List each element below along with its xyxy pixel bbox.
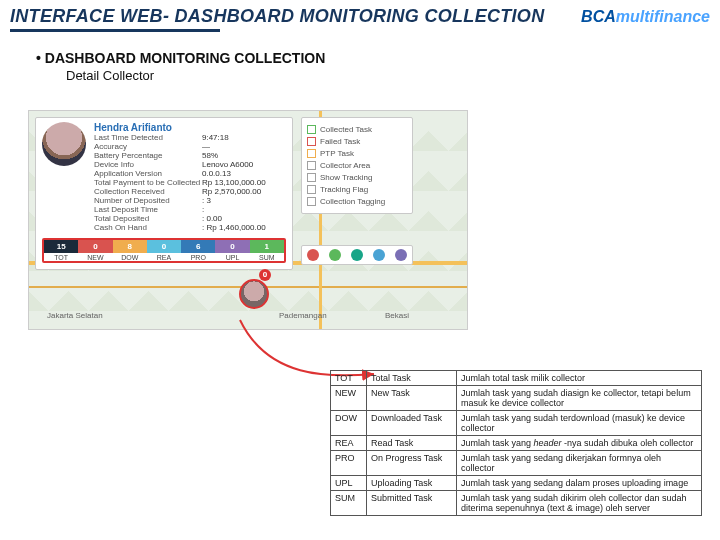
status-label: NEW — [87, 253, 103, 261]
map-label: Jakarta Selatan — [47, 311, 103, 320]
pin-icon[interactable] — [351, 249, 363, 261]
brand-logo: BCAmultifinance — [581, 8, 710, 26]
collector-card: Hendra Arifianto Last Time Detected9:47:… — [35, 117, 293, 270]
kv-key: Collection Received — [94, 187, 202, 196]
checkbox-icon[interactable] — [307, 197, 316, 206]
status-definition-table: TOTTotal TaskJumlah total task milik col… — [330, 370, 702, 516]
legend-item[interactable]: Collector Area — [307, 161, 407, 170]
legend-item[interactable]: PTP Task — [307, 149, 407, 158]
callout-arrow — [238, 318, 378, 378]
name-cell: On Progress Task — [367, 451, 457, 476]
pin-icon[interactable] — [307, 249, 319, 261]
checkbox-icon[interactable] — [307, 161, 316, 170]
status-cell-sum[interactable]: 1SUM — [250, 240, 284, 261]
kv-value: : 3 — [202, 196, 211, 205]
kv-key: Application Version — [94, 169, 202, 178]
kv-value: 9:47:18 — [202, 133, 229, 142]
legend-item[interactable]: Tracking Flag — [307, 185, 407, 194]
brand-a: BCA — [581, 8, 616, 25]
kv-value: — — [202, 142, 210, 151]
status-num: 15 — [44, 240, 78, 253]
desc-cell: Jumlah task yang header -nya sudah dibuk… — [457, 436, 702, 451]
table-row: UPLUploading TaskJumlah task yang sedang… — [331, 476, 702, 491]
kv-key: Total Deposited — [94, 214, 202, 223]
checkbox-icon[interactable] — [307, 137, 316, 146]
pin-bar — [301, 245, 413, 265]
table-row: NEWNew TaskJumlah task yang sudah diasig… — [331, 386, 702, 411]
status-num: 0 — [78, 240, 112, 253]
status-label: TOT — [54, 253, 68, 261]
name-cell: Read Task — [367, 436, 457, 451]
status-label: PRO — [191, 253, 206, 261]
legend-label: Show Tracking — [320, 173, 372, 182]
name-cell: Total Task — [367, 371, 457, 386]
status-label: REA — [157, 253, 171, 261]
code-cell: DOW — [331, 411, 367, 436]
status-num: 8 — [113, 240, 147, 253]
name-cell: Downloaded Task — [367, 411, 457, 436]
title-underline — [10, 29, 220, 32]
legend-item[interactable]: Collected Task — [307, 125, 407, 134]
desc-cell: Jumlah total task milik collector — [457, 371, 702, 386]
table-row: PROOn Progress TaskJumlah task yang seda… — [331, 451, 702, 476]
legend-item[interactable]: Collection Tagging — [307, 197, 407, 206]
checkbox-icon[interactable] — [307, 173, 316, 182]
kv-key: Accuracy — [94, 142, 202, 151]
kv-value: 0.0.0.13 — [202, 169, 231, 178]
desc-cell: Jumlah task yang sudah dikirim oleh coll… — [457, 491, 702, 516]
section-subheading: Detail Collector — [66, 68, 720, 83]
pin-icon[interactable] — [373, 249, 385, 261]
status-cell-upl[interactable]: 0UPL — [215, 240, 249, 261]
status-cell-dow[interactable]: 8DOW — [113, 240, 147, 261]
avatar — [42, 122, 86, 166]
kv-key: Device Info — [94, 160, 202, 169]
legend-label: Tracking Flag — [320, 185, 368, 194]
table-row: REARead TaskJumlah task yang header -nya… — [331, 436, 702, 451]
kv-key: Cash On Hand — [94, 223, 202, 232]
legend-label: Failed Task — [320, 137, 360, 146]
status-cell-rea[interactable]: 0REA — [147, 240, 181, 261]
collector-pin[interactable] — [239, 279, 269, 309]
status-num: 0 — [147, 240, 181, 253]
collector-name: Hendra Arifianto — [94, 122, 286, 133]
desc-cell: Jumlah task yang sudah terdownload (masu… — [457, 411, 702, 436]
status-cell-pro[interactable]: 6PRO — [181, 240, 215, 261]
kv-value: Rp 2,570,000.00 — [202, 187, 261, 196]
name-cell: Submitted Task — [367, 491, 457, 516]
desc-cell: Jumlah task yang sedang dalam proses upl… — [457, 476, 702, 491]
kv-value: : 0.00 — [202, 214, 222, 223]
brand-b: multifinance — [616, 8, 710, 25]
legend-label: Collected Task — [320, 125, 372, 134]
status-num: 0 — [215, 240, 249, 253]
desc-cell: Jumlah task yang sedang dikerjakan formn… — [457, 451, 702, 476]
pin-icon[interactable] — [395, 249, 407, 261]
status-bar: 15TOT0NEW8DOW0REA6PRO0UPL1SUM — [42, 238, 286, 263]
name-cell: New Task — [367, 386, 457, 411]
kv-key: Total Payment to be Collected — [94, 178, 202, 187]
code-cell: NEW — [331, 386, 367, 411]
checkbox-icon[interactable] — [307, 125, 316, 134]
code-cell: TOT — [331, 371, 367, 386]
legend-item[interactable]: Show Tracking — [307, 173, 407, 182]
kv-key: Last Time Detected — [94, 133, 202, 142]
kv-key: Battery Percentage — [94, 151, 202, 160]
status-cell-tot[interactable]: 15TOT — [44, 240, 78, 261]
name-cell: Uploading Task — [367, 476, 457, 491]
checkbox-icon[interactable] — [307, 185, 316, 194]
map-label: Bekasi — [385, 311, 409, 320]
status-cell-new[interactable]: 0NEW — [78, 240, 112, 261]
status-num: 6 — [181, 240, 215, 253]
pin-icon[interactable] — [329, 249, 341, 261]
kv-key: Number of Deposited — [94, 196, 202, 205]
table-row: DOWDownloaded TaskJumlah task yang sudah… — [331, 411, 702, 436]
code-cell: PRO — [331, 451, 367, 476]
status-num: 1 — [250, 240, 284, 253]
status-label: SUM — [259, 253, 275, 261]
legend-item[interactable]: Failed Task — [307, 137, 407, 146]
table-row: SUMSubmitted TaskJumlah task yang sudah … — [331, 491, 702, 516]
code-cell: UPL — [331, 476, 367, 491]
map-panel: Jakarta SelatanPademanganBekasi Hendra A… — [28, 110, 468, 330]
code-cell: SUM — [331, 491, 367, 516]
legend-label: Collection Tagging — [320, 197, 385, 206]
checkbox-icon[interactable] — [307, 149, 316, 158]
